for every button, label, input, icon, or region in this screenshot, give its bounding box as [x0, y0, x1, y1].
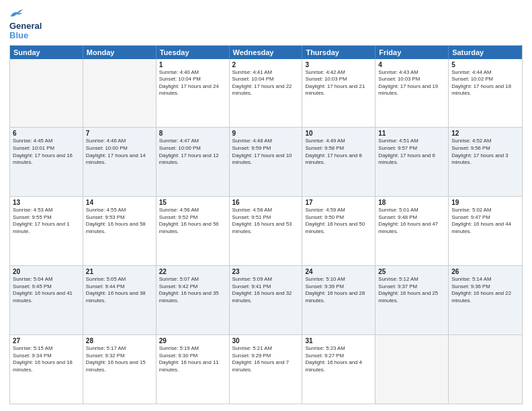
day-header-friday: Friday [375, 46, 449, 59]
cell-info: Sunrise: 4:47 AM Sunset: 10:00 PM Daylig… [159, 138, 226, 166]
day-number: 7 [86, 130, 153, 137]
calendar-cell: 27Sunrise: 5:15 AM Sunset: 9:34 PM Dayli… [10, 335, 83, 404]
cell-info: Sunrise: 4:45 AM Sunset: 10:01 PM Daylig… [13, 138, 80, 166]
calendar-cell [83, 59, 157, 128]
day-header-saturday: Saturday [449, 46, 522, 59]
day-header-tuesday: Tuesday [157, 46, 230, 59]
day-number: 13 [13, 199, 80, 206]
day-number: 1 [159, 61, 226, 68]
calendar-cell: 22Sunrise: 5:07 AM Sunset: 9:42 PM Dayli… [157, 266, 230, 334]
day-header-thursday: Thursday [302, 46, 375, 59]
calendar-row: 6Sunrise: 4:45 AM Sunset: 10:01 PM Dayli… [10, 128, 522, 197]
cell-info: Sunrise: 4:41 AM Sunset: 10:04 PM Daylig… [232, 69, 300, 97]
day-number: 2 [232, 61, 300, 68]
day-header-monday: Monday [83, 46, 157, 59]
calendar-cell: 10Sunrise: 4:49 AM Sunset: 9:58 PM Dayli… [302, 128, 375, 196]
day-number: 25 [378, 268, 445, 275]
cell-info: Sunrise: 4:42 AM Sunset: 10:03 PM Daylig… [305, 69, 372, 97]
calendar-cell: 4Sunrise: 4:43 AM Sunset: 10:03 PM Dayli… [375, 59, 449, 128]
calendar-row: 20Sunrise: 5:04 AM Sunset: 9:45 PM Dayli… [10, 266, 522, 335]
day-number: 4 [378, 61, 445, 68]
day-number: 8 [159, 130, 226, 137]
day-number: 21 [86, 268, 153, 275]
cell-info: Sunrise: 5:21 AM Sunset: 9:29 PM Dayligh… [232, 345, 300, 373]
calendar-cell: 11Sunrise: 4:51 AM Sunset: 9:57 PM Dayli… [375, 128, 449, 196]
cell-info: Sunrise: 4:49 AM Sunset: 9:58 PM Dayligh… [305, 138, 372, 166]
calendar-cell: 20Sunrise: 5:04 AM Sunset: 9:45 PM Dayli… [10, 266, 83, 334]
calendar: SundayMondayTuesdayWednesdayThursdayFrid… [9, 45, 523, 404]
calendar-cell: 14Sunrise: 4:55 AM Sunset: 9:53 PM Dayli… [83, 197, 157, 265]
day-number: 27 [13, 337, 80, 345]
day-header-sunday: Sunday [10, 46, 83, 59]
cell-info: Sunrise: 5:15 AM Sunset: 9:34 PM Dayligh… [13, 345, 80, 373]
cell-info: Sunrise: 4:52 AM Sunset: 9:56 PM Dayligh… [451, 138, 519, 166]
calendar-cell: 16Sunrise: 4:58 AM Sunset: 9:51 PM Dayli… [230, 197, 303, 265]
day-number: 26 [451, 268, 519, 275]
cell-info: Sunrise: 4:43 AM Sunset: 10:03 PM Daylig… [378, 69, 445, 97]
day-number: 14 [86, 199, 153, 206]
day-number: 19 [451, 199, 519, 206]
calendar-header: SundayMondayTuesdayWednesdayThursdayFrid… [10, 46, 522, 59]
calendar-row: 27Sunrise: 5:15 AM Sunset: 9:34 PM Dayli… [10, 335, 522, 404]
cell-info: Sunrise: 4:51 AM Sunset: 9:57 PM Dayligh… [378, 138, 445, 166]
cell-info: Sunrise: 5:09 AM Sunset: 9:41 PM Dayligh… [232, 276, 300, 304]
day-number: 29 [159, 337, 226, 345]
calendar-cell: 13Sunrise: 4:53 AM Sunset: 9:55 PM Dayli… [10, 197, 83, 265]
calendar-cell: 12Sunrise: 4:52 AM Sunset: 9:56 PM Dayli… [449, 128, 522, 196]
calendar-cell: 24Sunrise: 5:10 AM Sunset: 9:39 PM Dayli… [302, 266, 375, 334]
cell-info: Sunrise: 4:55 AM Sunset: 9:53 PM Dayligh… [86, 207, 153, 235]
calendar-cell: 26Sunrise: 5:14 AM Sunset: 9:36 PM Dayli… [449, 266, 522, 334]
day-number: 11 [378, 130, 445, 137]
day-number: 15 [159, 199, 226, 206]
day-number: 5 [451, 61, 519, 68]
calendar-cell: 15Sunrise: 4:56 AM Sunset: 9:52 PM Dayli… [157, 197, 230, 265]
day-number: 22 [159, 268, 226, 275]
calendar-cell: 8Sunrise: 4:47 AM Sunset: 10:00 PM Dayli… [157, 128, 230, 196]
cell-info: Sunrise: 5:14 AM Sunset: 9:36 PM Dayligh… [451, 276, 519, 304]
day-number: 9 [232, 130, 300, 137]
calendar-cell: 3Sunrise: 4:42 AM Sunset: 10:03 PM Dayli… [302, 59, 375, 128]
calendar-cell: 6Sunrise: 4:45 AM Sunset: 10:01 PM Dayli… [10, 128, 83, 196]
day-header-wednesday: Wednesday [230, 46, 303, 59]
calendar-cell: 30Sunrise: 5:21 AM Sunset: 9:29 PM Dayli… [230, 335, 303, 404]
logo-text: General Blue [9, 21, 42, 41]
day-number: 23 [232, 268, 300, 275]
cell-info: Sunrise: 5:10 AM Sunset: 9:39 PM Dayligh… [305, 276, 372, 304]
day-number: 3 [305, 61, 372, 68]
cell-info: Sunrise: 4:56 AM Sunset: 9:52 PM Dayligh… [159, 207, 226, 235]
calendar-cell [10, 59, 83, 128]
day-number: 17 [305, 199, 372, 206]
calendar-cell: 31Sunrise: 5:23 AM Sunset: 9:27 PM Dayli… [302, 335, 375, 404]
day-number: 12 [451, 130, 519, 137]
day-number: 30 [232, 337, 300, 345]
cell-info: Sunrise: 4:46 AM Sunset: 10:00 PM Daylig… [86, 138, 153, 166]
cell-info: Sunrise: 5:02 AM Sunset: 9:47 PM Dayligh… [451, 207, 519, 235]
cell-info: Sunrise: 4:53 AM Sunset: 9:55 PM Dayligh… [13, 207, 80, 235]
cell-info: Sunrise: 4:59 AM Sunset: 9:50 PM Dayligh… [305, 207, 372, 235]
logo-bird-icon [9, 7, 24, 19]
calendar-cell: 9Sunrise: 4:48 AM Sunset: 9:59 PM Daylig… [230, 128, 303, 196]
calendar-cell: 19Sunrise: 5:02 AM Sunset: 9:47 PM Dayli… [449, 197, 522, 265]
cell-info: Sunrise: 5:01 AM Sunset: 9:48 PM Dayligh… [378, 207, 445, 235]
calendar-cell: 29Sunrise: 5:19 AM Sunset: 9:30 PM Dayli… [157, 335, 230, 404]
cell-info: Sunrise: 5:04 AM Sunset: 9:45 PM Dayligh… [13, 276, 80, 304]
cell-info: Sunrise: 5:19 AM Sunset: 9:30 PM Dayligh… [159, 345, 226, 373]
day-number: 24 [305, 268, 372, 275]
cell-info: Sunrise: 5:07 AM Sunset: 9:42 PM Dayligh… [159, 276, 226, 304]
day-number: 20 [13, 268, 80, 275]
cell-info: Sunrise: 4:40 AM Sunset: 10:04 PM Daylig… [159, 69, 226, 97]
calendar-cell: 23Sunrise: 5:09 AM Sunset: 9:41 PM Dayli… [230, 266, 303, 334]
cell-info: Sunrise: 5:23 AM Sunset: 9:27 PM Dayligh… [305, 345, 372, 373]
calendar-row: 1Sunrise: 4:40 AM Sunset: 10:04 PM Dayli… [10, 59, 522, 128]
day-number: 31 [305, 337, 372, 345]
day-number: 18 [378, 199, 445, 206]
day-number: 28 [86, 337, 153, 345]
day-number: 6 [13, 130, 80, 137]
cell-info: Sunrise: 5:05 AM Sunset: 9:44 PM Dayligh… [86, 276, 153, 304]
calendar-cell: 18Sunrise: 5:01 AM Sunset: 9:48 PM Dayli… [375, 197, 449, 265]
cell-info: Sunrise: 4:44 AM Sunset: 10:02 PM Daylig… [451, 69, 519, 97]
page: General Blue SundayMondayTuesdayWednesda… [0, 0, 532, 411]
logo: General Blue [9, 7, 42, 41]
calendar-cell: 7Sunrise: 4:46 AM Sunset: 10:00 PM Dayli… [83, 128, 157, 196]
cell-info: Sunrise: 5:12 AM Sunset: 9:37 PM Dayligh… [378, 276, 445, 304]
